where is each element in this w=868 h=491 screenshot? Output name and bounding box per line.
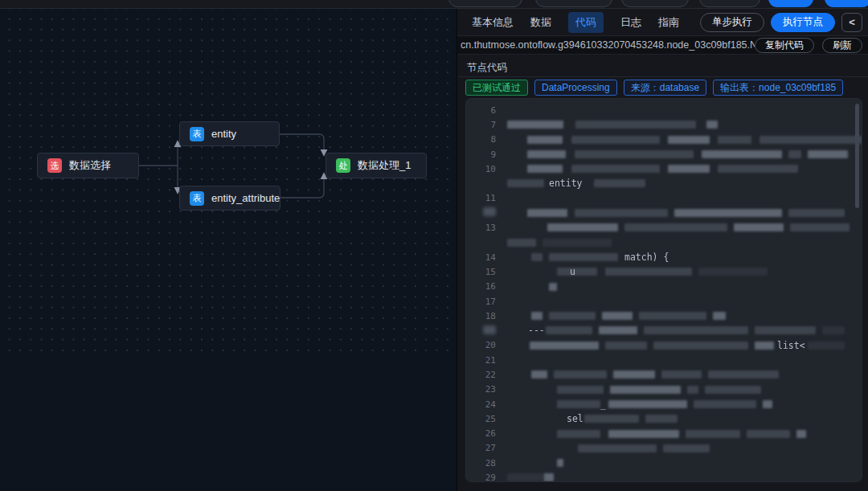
redacted-code-segment	[599, 326, 637, 334]
redacted-code-segment	[796, 430, 806, 438]
redacted-code-segment	[661, 370, 702, 378]
redacted-code-segment	[557, 268, 597, 276]
badge-2: 来源：database	[624, 80, 706, 96]
code-fragment: entity	[549, 178, 583, 189]
node-task-id: cn.thutmose.ontoflow.g394610332070453248…	[461, 39, 755, 51]
code-row: 7	[466, 117, 862, 132]
code-editor[interactable]: 678910entity111314match) {15u161718---20…	[465, 98, 862, 482]
code-fragment: u	[570, 266, 575, 277]
redacted-code-segment	[644, 326, 748, 334]
redacted-code-segment	[584, 415, 639, 423]
code-row: 14match) {	[466, 250, 862, 264]
redacted-code-segment	[527, 136, 563, 144]
line-number: 15	[466, 267, 496, 277]
redacted-code-segment	[575, 150, 694, 158]
line-number: 10	[466, 164, 496, 174]
redacted-code-segment	[763, 400, 772, 408]
flow-node-entity-attribute[interactable]: 表entity_attribute	[179, 186, 280, 211]
collapse-panel-button[interactable]: <	[841, 13, 862, 32]
redacted-code-segment	[822, 326, 845, 334]
detail-panel: 基本信息数据代码日志指南 单步执行 执行节点 < cn.thutmose.ont…	[457, 9, 868, 491]
line-number: 17	[466, 297, 496, 307]
redacted-code-segment	[507, 179, 544, 187]
toolbar-control-4[interactable]	[768, 0, 813, 7]
code-row: 28	[466, 456, 862, 470]
redacted-code-segment	[718, 136, 751, 144]
toolbar-control-3[interactable]	[699, 0, 760, 7]
code-fragment: _	[600, 399, 606, 410]
panel-tab-3[interactable]: 日志	[620, 12, 641, 33]
panel-tab-2[interactable]: 代码	[568, 12, 604, 33]
panel-tab-1[interactable]: 数据	[530, 12, 551, 33]
line-number: 20	[466, 340, 496, 350]
entity-node-icon: 表	[190, 127, 204, 141]
redacted-code-segment	[531, 370, 547, 378]
line-number: 9	[466, 149, 496, 160]
code-fragment: list<	[777, 340, 805, 351]
redacted-code-segment	[527, 165, 563, 173]
panel-tab-4[interactable]: 指南	[658, 12, 679, 33]
panel-tab-0[interactable]: 基本信息	[472, 12, 514, 33]
code-fragment: match) {	[624, 252, 669, 263]
flow-canvas[interactable]: 选数据选择表entity表entity_attribute处数据处理_1	[0, 0, 456, 491]
code-line-content	[507, 147, 862, 162]
redacted-code-segment	[542, 239, 612, 247]
line-number: 18	[466, 311, 496, 321]
step-run-button[interactable]: 单步执行	[700, 13, 764, 32]
code-line-content	[507, 117, 862, 132]
toolbar-control-0[interactable]	[448, 0, 522, 7]
redacted-code-segment	[605, 342, 647, 350]
line-number: 29	[466, 473, 496, 482]
line-number: 24	[466, 399, 496, 410]
code-line-content	[507, 441, 862, 456]
redacted-code-segment	[788, 209, 845, 217]
line-number: 25	[466, 414, 496, 424]
redacted-code-segment	[760, 136, 862, 144]
code-scrollbar-thumb[interactable]	[855, 104, 859, 208]
code-line-content	[507, 235, 862, 250]
code-row: 25sel	[466, 411, 862, 426]
run-node-button[interactable]: 执行节点	[771, 13, 835, 32]
code-row: ---	[466, 323, 862, 338]
refresh-button[interactable]: 刷新	[822, 38, 862, 53]
redacted-code-segment	[557, 430, 600, 438]
code-row: 17	[466, 294, 862, 309]
redacted-code-segment	[687, 386, 698, 394]
redacted-code-segment	[531, 312, 542, 320]
toolbar-control-2[interactable]	[621, 0, 689, 7]
code-line-content: ---	[507, 323, 862, 338]
code-row	[466, 206, 862, 220]
node-label: 数据选择	[69, 158, 111, 173]
flow-node-data-select[interactable]: 选数据选择	[37, 153, 139, 178]
code-row: 6	[466, 103, 862, 117]
code-line-content	[507, 133, 862, 147]
code-line-content: _	[507, 397, 862, 411]
redacted-code-segment	[547, 223, 618, 231]
code-row: 10	[466, 162, 862, 176]
code-row: 8	[466, 133, 862, 147]
redacted-code-segment	[790, 223, 850, 231]
toolbar-control-1[interactable]	[535, 0, 612, 7]
code-row: 21	[466, 353, 862, 367]
redacted-code-segment	[557, 386, 604, 394]
task-id-row: cn.thutmose.ontoflow.g394610332070453248…	[457, 36, 868, 55]
code-line-content	[507, 220, 862, 235]
line-number: 16	[466, 281, 496, 292]
redacted-code-segment	[668, 136, 710, 144]
copy-code-button[interactable]: 复制代码	[755, 38, 814, 53]
code-row: entity	[466, 176, 862, 190]
code-line-content	[507, 294, 862, 309]
code-line-content	[507, 383, 862, 397]
node-label: 数据处理_1	[358, 158, 411, 173]
line-number: 13	[466, 223, 496, 233]
flow-node-data-process[interactable]: 处数据处理_1	[326, 153, 427, 178]
toolbar-control-5[interactable]	[825, 0, 868, 7]
redacted-code-segment	[578, 444, 657, 452]
code-line-content	[507, 427, 862, 441]
redacted-code-segment	[610, 386, 681, 394]
code-line-content	[507, 367, 862, 382]
entity-attribute-node-icon: 表	[190, 191, 204, 206]
redacted-code-segment	[747, 430, 790, 438]
redacted-code-segment	[608, 400, 687, 408]
flow-node-entity[interactable]: 表entity	[179, 121, 280, 146]
